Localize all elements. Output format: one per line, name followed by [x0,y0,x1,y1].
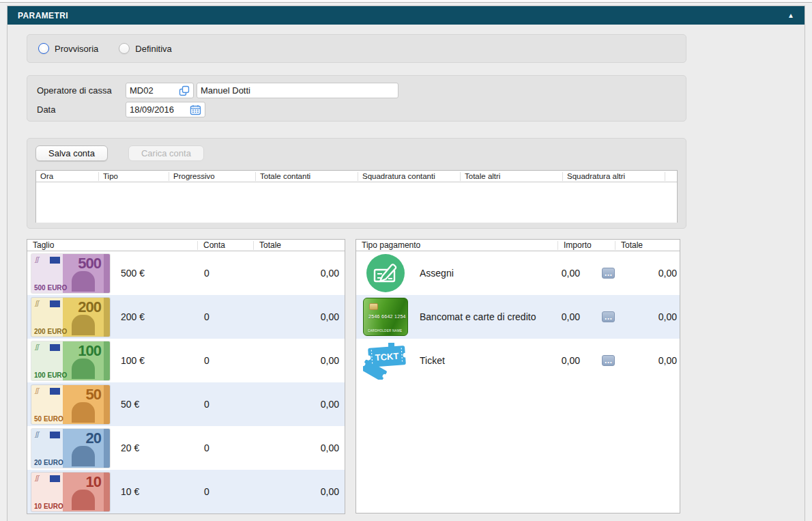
radio-definitiva[interactable]: Definitiva [119,43,171,54]
col-totale-altri: Totale altri [461,172,563,181]
banknote-strip [104,341,110,380]
banknote-signature: ʃʃ [35,475,39,481]
col-taglio: Taglio [27,241,198,250]
svg-text:TCKT: TCKT [375,351,399,363]
denomination-label: 10 € [121,486,139,497]
date-input[interactable]: 18/09/2016 [126,102,205,117]
panel-header[interactable]: PARAMETRI ▲ [8,6,804,25]
payment-row-bancomat: 2546 6642 1254 3600 CARDHOLDER NAME Banc… [356,295,680,339]
col-totale-contanti: Totale contanti [256,172,358,181]
col-ora: Ora [36,172,99,181]
totale-cell: 0,00 [254,311,345,322]
conta-cell[interactable]: 0 [198,311,254,322]
payment-label: Bancomat e carte di credito [420,311,536,322]
totale-cell: 0,00 [615,268,680,279]
date-label: Data [37,104,126,115]
banknote-caption: 500 EURO [34,284,67,292]
history-table-body [36,182,677,223]
banknote-strip [104,429,110,468]
banknote-strip [104,473,110,511]
totale-cell: 0,00 [254,442,345,453]
link-picker-icon[interactable] [179,85,190,96]
totale-cell: 0,00 [254,268,345,279]
denomination-label: 100 € [121,355,145,366]
taglio-row-10: ʃʃ 10 10 EURO 10 € 0 0,00 [27,470,345,513]
conta-cell[interactable]: 0 [198,268,254,279]
mode-radio-group: Provvisoria Definitiva [27,34,686,63]
calendar-icon[interactable] [190,104,201,115]
radio-unselected-icon[interactable] [119,43,130,54]
eu-flag-icon [50,300,60,307]
eu-flag-icon [50,432,60,438]
denomination-label: 20 € [121,442,139,453]
eu-flag-icon [50,257,60,264]
banknote-caption: 10 EURO [34,503,63,510]
panel-title: PARAMETRI [18,11,68,20]
history-table: Ora Tipo Progressivo Totale contanti Squ… [35,170,678,223]
banknote-signature: ʃʃ [35,256,39,263]
totale-cell: 0,00 [615,355,680,366]
conta-cell[interactable]: 0 [198,399,254,410]
col-tipo: Tipo [99,172,169,181]
col-totale: Totale [615,241,680,250]
payments-table-header: Tipo pagamento Importo Totale [356,240,680,251]
radio-provvisoria[interactable]: Provvisoria [38,43,98,54]
taglio-row-50: ʃʃ 50 50 EURO 50 € 0 0,00 [27,382,345,426]
parametri-panel: PARAMETRI ▲ Provvisoria Definitiva Opera… [7,5,805,521]
conta-cell[interactable]: 0 [198,355,254,366]
banknote-signature: ʃʃ [35,387,39,394]
banknote-50-image: ʃʃ 50 50 EURO [31,385,110,424]
eu-flag-icon [50,388,60,395]
conta-cell[interactable]: 0 [198,486,254,497]
payment-label: Ticket [420,355,445,366]
banknote-500-image: ʃʃ 500 500 EURO [31,254,110,293]
banknote-gate-motif [72,271,95,292]
operator-code-input[interactable]: MD02 [126,83,194,98]
banknote-denomination: 50 [86,386,101,404]
date-value: 18/09/2016 [130,104,174,115]
denomination-label: 50 € [121,399,139,410]
collapse-icon[interactable]: ▲ [787,12,794,19]
payments-table-empty-area [356,382,680,513]
radio-provvisoria-label: Provvisoria [55,44,98,54]
carica-conta-button[interactable]: Carica conta [128,145,204,161]
operator-code-value: MD02 [130,85,154,96]
totale-cell: 0,00 [254,399,345,410]
banknote-caption: 20 EURO [34,459,63,466]
col-conta: Conta [198,241,254,250]
col-filler [665,172,677,181]
eu-flag-icon [50,475,60,482]
banknote-signature: ʃʃ [35,343,39,350]
banknote-caption: 50 EURO [34,415,63,423]
banknote-strip [104,254,110,293]
card-number: 2546 6642 1254 3600 [368,314,408,319]
conta-history-section: Salva conta Carica conta Ora Tipo Progre… [27,138,686,229]
credit-card-icon: 2546 6642 1254 3600 CARDHOLDER NAME [363,298,408,336]
importo-cell[interactable]: 0,00 [557,355,580,366]
importo-detail-button[interactable]: … [602,268,615,279]
col-tipo-pagamento: Tipo pagamento [356,241,558,250]
taglio-row-100: ʃʃ 100 100 EURO 100 € 0 0,00 [27,339,345,382]
operator-name-input[interactable]: Manuel Dotti [197,83,398,98]
banknote-denomination: 500 [78,255,101,272]
payments-table: Tipo pagamento Importo Totale [356,239,680,513]
banknote-denomination: 200 [78,298,101,316]
card-holder: CARDHOLDER NAME [368,329,402,333]
importo-cell[interactable]: 0,00 [557,311,580,322]
col-squadratura-contanti: Squadratura contanti [358,172,461,181]
importo-detail-button[interactable]: … [602,355,615,366]
importo-detail-button[interactable]: … [602,311,615,322]
taglio-table: Taglio Conta Totale ʃʃ 500 500 EURO [27,239,345,514]
salva-conta-button[interactable]: Salva conta [35,145,108,161]
importo-cell[interactable]: 0,00 [557,268,580,279]
ticket-icon: TCKT [363,341,408,380]
conta-buttons: Salva conta Carica conta [35,145,678,161]
panel-body: Provvisoria Definitiva Operatore di cass… [8,25,804,514]
banknote-strip [104,298,110,337]
banknote-caption: 200 EURO [34,328,67,335]
banknote-strip [104,385,110,424]
radio-selected-icon[interactable] [38,43,49,54]
denomination-label: 500 € [121,268,145,279]
conta-cell[interactable]: 0 [198,442,254,453]
banknote-gate-motif [72,446,95,466]
